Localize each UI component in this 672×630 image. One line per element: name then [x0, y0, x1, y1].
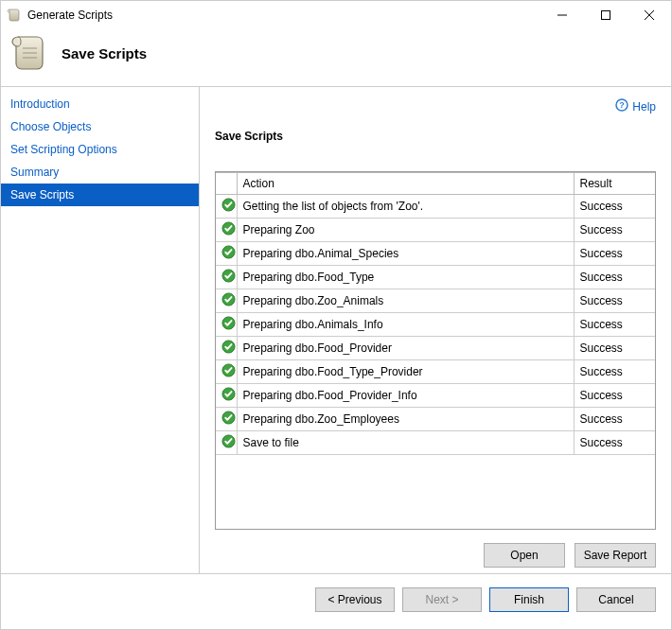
open-button[interactable]: Open: [484, 543, 565, 568]
result-cell: Success: [574, 266, 655, 289]
scroll-app-icon: [7, 8, 22, 23]
success-icon: [216, 384, 237, 408]
success-icon: [216, 313, 237, 337]
result-cell: Success: [574, 195, 655, 219]
sidebar-item-introduction[interactable]: Introduction: [1, 93, 199, 115]
success-icon: [216, 360, 237, 384]
next-button: Next >: [402, 587, 482, 612]
table-row[interactable]: Preparing dbo.Zoo_AnimalsSuccess: [216, 289, 655, 313]
maximize-button[interactable]: [584, 1, 628, 29]
result-cell: Success: [574, 313, 655, 337]
help-link[interactable]: ? Help: [615, 98, 656, 114]
sidebar-item-save-scripts[interactable]: Save Scripts: [1, 184, 199, 206]
close-button[interactable]: [628, 1, 671, 29]
action-cell: Preparing dbo.Zoo_Animals: [237, 289, 574, 313]
col-result: Result: [574, 173, 655, 195]
section-label: Save Scripts: [215, 130, 656, 143]
table-row[interactable]: Preparing dbo.Zoo_EmployeesSuccess: [216, 408, 655, 431]
finish-button[interactable]: Finish: [489, 587, 569, 612]
action-cell: Preparing dbo.Food_Type: [237, 266, 574, 289]
svg-text:?: ?: [620, 100, 626, 110]
sidebar-item-label: Choose Objects: [10, 120, 91, 133]
help-label: Help: [632, 100, 656, 114]
success-icon: [216, 431, 237, 455]
table-row[interactable]: Preparing ZooSuccess: [216, 219, 655, 242]
result-cell: Success: [574, 360, 655, 384]
wizard-footer: < Previous Next > Finish Cancel: [1, 573, 671, 629]
action-cell: Preparing dbo.Food_Type_Provider: [237, 360, 574, 384]
result-cell: Success: [574, 384, 655, 408]
previous-button[interactable]: < Previous: [315, 587, 395, 612]
success-icon: [216, 219, 237, 242]
sidebar-item-label: Save Scripts: [10, 188, 74, 201]
action-cell: Preparing Zoo: [237, 219, 574, 242]
success-icon: [216, 408, 237, 431]
table-row[interactable]: Preparing dbo.Animal_SpeciesSuccess: [216, 242, 655, 266]
action-cell: Preparing dbo.Animal_Species: [237, 242, 574, 266]
action-cell: Preparing dbo.Zoo_Employees: [237, 408, 574, 431]
table-row[interactable]: Preparing dbo.Food_TypeSuccess: [216, 266, 655, 289]
window-title: Generate Scripts: [27, 9, 540, 22]
titlebar: Generate Scripts: [1, 1, 671, 29]
table-row[interactable]: Preparing dbo.Food_ProviderSuccess: [216, 337, 655, 360]
col-icon: [216, 173, 237, 195]
results-table: Action Result Getting the list of object…: [215, 171, 656, 530]
success-icon: [216, 289, 237, 313]
sidebar-item-summary[interactable]: Summary: [1, 161, 199, 184]
save-report-button[interactable]: Save Report: [575, 543, 656, 568]
table-row[interactable]: Save to fileSuccess: [216, 431, 655, 455]
action-cell: Preparing dbo.Animals_Info: [237, 313, 574, 337]
result-cell: Success: [574, 289, 655, 313]
table-row[interactable]: Preparing dbo.Food_Provider_InfoSuccess: [216, 384, 655, 408]
success-icon: [216, 337, 237, 360]
cancel-button[interactable]: Cancel: [576, 587, 656, 612]
action-cell: Save to file: [237, 431, 574, 455]
result-cell: Success: [574, 431, 655, 455]
table-row[interactable]: Preparing dbo.Animals_InfoSuccess: [216, 313, 655, 337]
sidebar-item-set-scripting-options[interactable]: Set Scripting Options: [1, 138, 199, 161]
scroll-icon: [9, 33, 48, 73]
main-panel: ? Help Save Scripts Action Result: [200, 87, 671, 573]
wizard-header: Save Scripts: [1, 29, 671, 87]
svg-rect-1: [602, 11, 610, 20]
table-row[interactable]: Getting the list of objects from 'Zoo'.S…: [216, 195, 655, 219]
result-cell: Success: [574, 337, 655, 360]
success-icon: [216, 266, 237, 289]
minimize-button[interactable]: [540, 1, 584, 29]
sidebar-item-choose-objects[interactable]: Choose Objects: [1, 115, 199, 138]
sidebar-item-label: Introduction: [10, 97, 70, 111]
wizard-sidebar: IntroductionChoose ObjectsSet Scripting …: [1, 87, 200, 573]
action-cell: Preparing dbo.Food_Provider: [237, 337, 574, 360]
window-controls: [540, 1, 671, 29]
action-cell: Getting the list of objects from 'Zoo'.: [237, 195, 574, 219]
result-cell: Success: [574, 219, 655, 242]
success-icon: [216, 195, 237, 219]
body: IntroductionChoose ObjectsSet Scripting …: [1, 87, 671, 573]
window-root: Generate Scripts: [0, 0, 672, 630]
sidebar-item-label: Summary: [10, 166, 59, 179]
table-row[interactable]: Preparing dbo.Food_Type_ProviderSuccess: [216, 360, 655, 384]
sidebar-item-label: Set Scripting Options: [10, 143, 117, 156]
help-icon: ?: [615, 98, 628, 114]
action-cell: Preparing dbo.Food_Provider_Info: [237, 384, 574, 408]
success-icon: [216, 242, 237, 266]
col-action: Action: [237, 173, 574, 195]
result-cell: Success: [574, 408, 655, 431]
result-cell: Success: [574, 242, 655, 266]
page-title: Save Scripts: [62, 45, 147, 61]
